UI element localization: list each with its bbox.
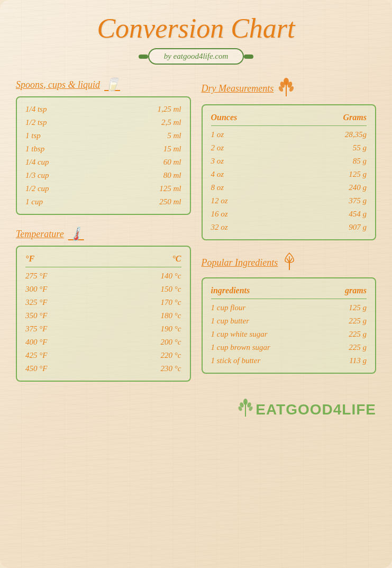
temp-header-right: °C: [172, 254, 181, 264]
temp-row-7: 425 °F 220 °c: [25, 349, 181, 362]
temperature-title: Temperature 🌡️: [16, 227, 191, 241]
spoons-right-4: 15 ml: [163, 145, 181, 154]
temp-right-4: 180 °c: [161, 311, 181, 320]
temp-row-5: 375 °F 190 °c: [25, 322, 181, 336]
ingr-left-1: 1 cup flour: [211, 303, 246, 312]
spoons-left-2: 1/2 tsp: [25, 118, 47, 127]
temp-right-7: 220 °c: [161, 351, 181, 360]
dry-left-7: 16 oz: [211, 210, 228, 219]
spoons-row-4: 1 tbsp 15 ml: [25, 142, 181, 156]
temp-row-1: 275 °F 140 °c: [25, 269, 181, 283]
spoons-right-5: 60 ml: [163, 158, 181, 167]
ingr-left-4: 1 cup brown sugar: [211, 343, 270, 352]
dry-row-7: 16 oz 454 g: [211, 208, 367, 221]
spoons-row-3: 1 tsp 5 ml: [25, 129, 181, 142]
dry-section: Dry Measurements Ounc: [202, 77, 377, 240]
dry-row-3: 3 oz 85 g: [211, 155, 367, 168]
spoons-right-7: 125 ml: [159, 184, 181, 193]
ingr-left-3: 1 cup white sugar: [211, 330, 268, 339]
right-column: Dry Measurements Ounc: [202, 77, 377, 393]
ingr-right-5: 113 g: [349, 356, 367, 365]
temp-left-7: 425 °F: [25, 351, 47, 360]
ingr-right-3: 225 g: [349, 330, 367, 339]
dry-header-right: Grams: [343, 113, 367, 122]
dry-right-2: 55 g: [353, 143, 367, 152]
temp-right-1: 140 °c: [161, 272, 181, 281]
spoons-left-1: 1/4 tsp: [25, 105, 47, 114]
temp-left-2: 300 °F: [25, 285, 47, 294]
dry-right-1: 28,35g: [345, 130, 367, 139]
ingr-row-5: 1 stick of butter 113 g: [211, 354, 367, 367]
dry-right-3: 85 g: [353, 157, 367, 166]
temp-row-8: 450 °F 230 °c: [25, 362, 181, 375]
spoons-row-2: 1/2 tsp 2,5 ml: [25, 116, 181, 129]
spoons-row-6: 1/3 cup 80 ml: [25, 169, 181, 182]
ingredients-title: Popular Ingredients: [202, 252, 377, 273]
temp-left-5: 375 °F: [25, 324, 47, 333]
spoons-right-3: 5 ml: [167, 131, 181, 140]
temp-left-6: 400 °F: [25, 338, 47, 347]
temp-right-5: 190 °c: [161, 324, 181, 333]
temp-header-left: °F: [25, 254, 34, 264]
dry-row-2: 2 oz 55 g: [211, 141, 367, 155]
dry-left-6: 12 oz: [211, 196, 228, 205]
spoons-right-8: 250 ml: [159, 197, 181, 206]
dry-right-7: 454 g: [349, 210, 367, 219]
spoons-left-8: 1 cup: [25, 197, 43, 206]
spoons-left-3: 1 tsp: [25, 131, 41, 140]
temp-right-3: 170 °c: [161, 298, 181, 307]
spoons-left-6: 1/3 cup: [25, 171, 49, 180]
ingredients-table: ingredients grams 1 cup flour 125 g 1 cu…: [202, 277, 377, 374]
dry-left-8: 32 oz: [211, 223, 228, 232]
dry-header: Ounces Grams: [211, 111, 367, 126]
temp-left-1: 275 °F: [25, 272, 47, 281]
ingr-header-left: ingredients: [211, 286, 250, 295]
spoons-right-2: 2,5 ml: [161, 118, 181, 127]
temperature-table: °F °C 275 °F 140 °c 300 °F 150 °c 325 °F…: [16, 246, 191, 382]
temp-left-8: 450 °F: [25, 364, 47, 373]
dry-row-4: 4 oz 125 g: [211, 168, 367, 181]
measuring-cup-icon: 🥛: [104, 77, 120, 92]
dry-right-4: 125 g: [349, 170, 367, 179]
ingr-right-2: 225 g: [349, 317, 367, 326]
ingredients-section: Popular Ingredients ingredients: [202, 252, 377, 374]
ingredients-label: Popular Ingredients: [202, 257, 278, 268]
spoons-left-4: 1 tbsp: [25, 145, 44, 154]
main-content: Spoons, cups & liquid 🥛 1/4 tsp 1,25 ml …: [16, 77, 376, 393]
bottom-logo: EATGOOD4LIFE: [16, 399, 376, 420]
spoons-row-1: 1/4 tsp 1,25 ml: [25, 103, 181, 116]
ingr-row-2: 1 cup butter 225 g: [211, 314, 367, 328]
dry-right-8: 907 g: [349, 223, 367, 232]
dry-table: Ounces Grams 1 oz 28,35g 2 oz 55 g 3 oz …: [202, 104, 377, 240]
spoons-right-6: 80 ml: [163, 171, 181, 180]
temp-right-2: 150 °c: [161, 285, 181, 294]
dry-title: Dry Measurements: [202, 77, 377, 100]
temp-right-6: 200 °c: [161, 338, 181, 347]
temp-left-3: 325 °F: [25, 298, 47, 307]
dry-row-8: 32 oz 907 g: [211, 221, 367, 234]
temp-row-4: 350 °F 180 °c: [25, 309, 181, 322]
spoons-row-7: 1/2 cup 125 ml: [25, 182, 181, 195]
subtitle-pill: by eatgood4life.com: [148, 48, 244, 65]
spoons-label: Spoons, cups & liquid: [16, 79, 100, 91]
dry-right-5: 240 g: [349, 183, 367, 192]
thermometer-icon: 🌡️: [68, 227, 84, 241]
wheat-icon: [278, 77, 295, 100]
temperature-label: Temperature: [16, 229, 64, 240]
spoons-row-5: 1/4 cup 60 ml: [25, 156, 181, 169]
ingr-right-4: 225 g: [349, 343, 367, 352]
dry-left-4: 4 oz: [211, 170, 224, 179]
dry-right-6: 375 g: [349, 196, 367, 205]
ingr-row-1: 1 cup flour 125 g: [211, 301, 367, 314]
temp-right-8: 230 °c: [161, 364, 181, 373]
dry-label: Dry Measurements: [202, 83, 274, 94]
spoons-left-5: 1/4 cup: [25, 158, 49, 167]
temp-left-4: 350 °F: [25, 311, 47, 320]
dry-header-left: Ounces: [211, 113, 238, 122]
ingr-left-5: 1 stick of butter: [211, 356, 261, 365]
dry-left-5: 8 oz: [211, 183, 224, 192]
left-column: Spoons, cups & liquid 🥛 1/4 tsp 1,25 ml …: [16, 77, 191, 393]
page: Conversion Chart by eatgood4life.com Spo…: [0, 0, 392, 568]
spoons-row-8: 1 cup 250 ml: [25, 195, 181, 209]
dry-left-3: 3 oz: [211, 157, 224, 166]
